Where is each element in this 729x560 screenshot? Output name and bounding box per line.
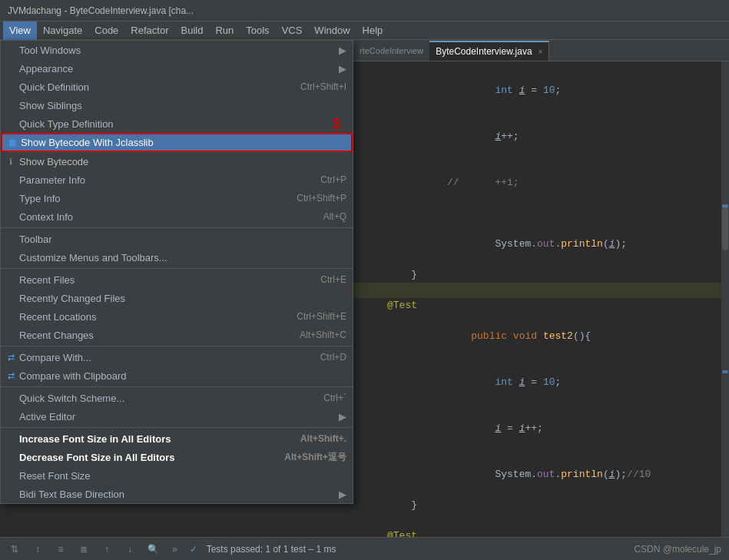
tab-label: ByteCodeInterview.java <box>436 46 532 57</box>
test-result-icon: ✓ <box>190 544 197 555</box>
code-line-2: i++; <box>353 114 729 160</box>
code-line-10: int i = 10; <box>353 360 729 406</box>
separator-1 <box>1 227 353 228</box>
menu-refactor[interactable]: Refactor <box>124 22 174 40</box>
code-line-4 <box>353 206 729 221</box>
arrow-down-icon[interactable]: ↓ <box>123 542 137 556</box>
menu-item-compare-clipboard[interactable]: ⇄ Compare with Clipboard <box>1 366 353 385</box>
menu-item-recently-changed[interactable]: Recently Changed Files <box>1 289 353 307</box>
align-center-icon[interactable]: ≡ <box>54 542 68 556</box>
menu-item-show-bytecode[interactable]: ℹ Show Bytecode <box>1 152 353 171</box>
menu-item-decrease-font[interactable]: Decrease Font Size in All Editors Alt+Sh… <box>1 448 353 466</box>
separator-5 <box>1 427 353 428</box>
menu-item-context-info[interactable]: Context Info Alt+Q <box>1 207 353 226</box>
menu-item-bidi-text[interactable]: Bidi Text Base Direction ▶ <box>1 485 353 503</box>
editor-area: rteCodeInterview ByteCodeInterview.java … <box>353 40 729 537</box>
code-line-1: int i = 10; <box>353 68 729 114</box>
tab-bar: rteCodeInterview ByteCodeInterview.java … <box>353 40 729 61</box>
menu-window[interactable]: Window <box>308 22 356 40</box>
compare-clipboard-icon: ⇄ <box>5 370 16 381</box>
menu-item-compare-with[interactable]: ⇄ Compare With... Ctrl+D <box>1 348 353 366</box>
menu-item-active-editor[interactable]: Active Editor ▶ <box>1 407 353 426</box>
tab-breadcrumb: rteCodeInterview <box>353 41 429 61</box>
menu-item-type-info[interactable]: Type Info Ctrl+Shift+P <box>1 189 353 207</box>
align-justify-icon[interactable]: ≣ <box>77 542 91 556</box>
menu-help[interactable]: Help <box>356 22 389 40</box>
red-number-badge: 3 <box>332 115 340 133</box>
tab-bytecodeinterview[interactable]: ByteCodeInterview.java × <box>429 41 549 61</box>
menu-item-reset-font[interactable]: Reset Font Size <box>1 466 353 485</box>
view-dropdown: Tool Windows ▶ Appearance ▶ Quick Defini… <box>0 40 353 504</box>
menu-run[interactable]: Run <box>209 22 240 40</box>
test-result-text: Tests passed: 1 of 1 test – 1 ms <box>207 544 336 555</box>
info-icon: ℹ <box>5 156 16 167</box>
code-line-5: System.out.println(i); <box>353 221 729 267</box>
code-line-12: System.out.println(i);//10 <box>353 452 729 498</box>
separator-2 <box>1 268 353 269</box>
title-bar: JVMdachang - ByteCodeInterview.java [cha… <box>0 0 729 22</box>
menu-item-quick-type-def[interactable]: Quick Type Definition 3 <box>1 114 353 133</box>
separator-3 <box>1 346 353 346</box>
search-icon[interactable]: 🔍 <box>146 542 160 556</box>
menu-item-recent-changes[interactable]: Recent Changes Alt+Shift+C <box>1 326 353 344</box>
menu-tools[interactable]: Tools <box>240 22 275 40</box>
scroll-marker-1 <box>722 204 728 207</box>
code-editor[interactable]: int i = 10; i++; // ++i; <box>353 61 729 537</box>
scrollbar-thumb[interactable] <box>722 204 728 250</box>
menu-item-recent-files[interactable]: Recent Files Ctrl+E <box>1 270 353 289</box>
menu-item-show-bytecode-jclasslib[interactable]: ▦ Show Bytecode With Jclasslib <box>1 133 353 152</box>
menu-item-tool-windows[interactable]: Tool Windows ▶ <box>1 41 353 59</box>
code-line-13: } <box>353 498 729 513</box>
arrow-up-icon[interactable]: ↑ <box>100 542 114 556</box>
menu-item-appearance[interactable]: Appearance ▶ <box>1 59 353 78</box>
code-line-9: public void test2(){ <box>353 313 729 360</box>
close-icon[interactable]: × <box>538 48 543 56</box>
sort-asc-icon[interactable]: ⇅ <box>8 542 22 556</box>
menu-build[interactable]: Build <box>174 22 209 40</box>
code-line-3: // ++i; <box>353 160 729 206</box>
code-line-15: @Test <box>353 529 729 537</box>
scrollbar-track <box>721 61 729 537</box>
menu-item-quick-switch[interactable]: Quick Switch Scheme... Ctrl+` <box>1 389 353 407</box>
menu-view[interactable]: View <box>3 22 37 40</box>
grid-icon: ▦ <box>7 138 18 148</box>
menu-item-increase-font[interactable]: Increase Font Size in All Editors Alt+Sh… <box>1 429 353 448</box>
main-layout: Tool Windows ▶ Appearance ▶ Quick Defini… <box>0 40 729 537</box>
menu-vcs[interactable]: VCS <box>276 22 309 40</box>
menu-item-parameter-info[interactable]: Parameter Info Ctrl+P <box>1 171 353 189</box>
menu-item-quick-definition[interactable]: Quick Definition Ctrl+Shift+I <box>1 78 353 96</box>
status-divider: » <box>172 544 177 555</box>
separator-4 <box>1 386 353 387</box>
code-line-7 <box>353 283 729 298</box>
menu-item-recent-locations[interactable]: Recent Locations Ctrl+Shift+E <box>1 307 353 326</box>
menu-navigate[interactable]: Navigate <box>37 22 88 40</box>
menu-item-show-siblings[interactable]: Show Siblings <box>1 96 353 114</box>
menu-item-customize-menus[interactable]: Customize Menus and Toolbars... <box>1 248 353 267</box>
compare-icon: ⇄ <box>5 352 16 363</box>
scroll-marker-2 <box>722 370 728 373</box>
code-line-6: } <box>353 267 729 283</box>
menu-item-toolbar[interactable]: Toolbar <box>1 230 353 248</box>
menu-code[interactable]: Code <box>88 22 124 40</box>
status-bar: ⇅ ↕ ≡ ≣ ↑ ↓ 🔍 » ✓ Tests passed: 1 of 1 t… <box>0 537 729 560</box>
title-text: JVMdachang - ByteCodeInterview.java [cha… <box>8 5 194 16</box>
watermark-text: CSDN @molecule_jp <box>634 544 721 555</box>
sort-desc-icon[interactable]: ↕ <box>31 542 45 556</box>
menu-bar: View Navigate Code Refactor Build Run To… <box>0 22 729 40</box>
code-line-14 <box>353 513 729 529</box>
code-line-8: @Test <box>353 298 729 313</box>
code-line-11: i = i++; <box>353 406 729 452</box>
